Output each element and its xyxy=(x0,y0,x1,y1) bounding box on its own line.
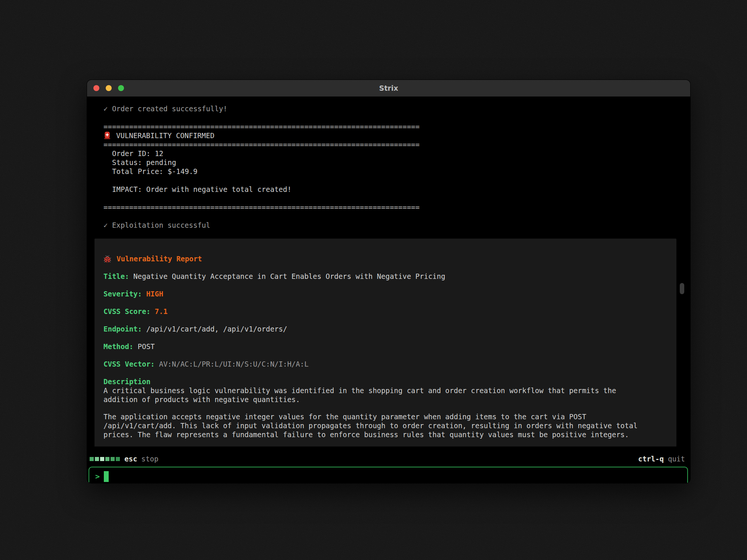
strix-window: Strix ✓ Order created successfully! ====… xyxy=(87,80,690,483)
order-id-line: Order ID: 12 xyxy=(94,149,683,158)
vulnerability-confirmed-heading: VULNERABILITY CONFIRMED xyxy=(116,131,214,140)
separator-line: ========================================… xyxy=(94,140,683,149)
prompt-symbol: > xyxy=(95,472,100,481)
description-paragraph: The application accepts negative integer… xyxy=(103,412,667,439)
terminal-output: ✓ Order created successfully! ==========… xyxy=(87,97,690,447)
order-status-line: Status: pending xyxy=(94,158,683,167)
vulnerability-confirmed-banner: VULNERABILITY CONFIRMED xyxy=(94,131,683,140)
activity-spinner xyxy=(90,457,120,461)
order-created-message: Order created successfully! xyxy=(112,105,227,113)
separator-line: ========================================… xyxy=(94,203,683,212)
separator-line: ========================================… xyxy=(94,122,683,131)
exploitation-line: ✓ Exploitation successful xyxy=(94,221,683,230)
impact-line: IMPACT: Order with negative total create… xyxy=(94,185,683,194)
status-bar: esc stop ctrl-q quit xyxy=(87,455,690,463)
exploitation-message: Exploitation successful xyxy=(112,221,210,229)
report-title: Vulnerability Report xyxy=(117,254,202,263)
ctrl-q-key-hint: ctrl-q xyxy=(638,455,664,463)
report-heading-row: Vulnerability Report xyxy=(103,254,667,263)
quit-action-label: quit xyxy=(668,455,685,463)
order-created-line: ✓ Order created successfully! xyxy=(94,104,683,113)
check-icon: ✓ xyxy=(103,221,108,229)
description-heading: Description xyxy=(103,377,151,386)
report-field-endpoint: Endpoint: /api/v1/cart/add, /api/v1/orde… xyxy=(103,324,667,333)
stop-action-label: stop xyxy=(141,455,158,463)
report-field-method: Method: POST xyxy=(103,342,667,351)
window-title: Strix xyxy=(87,84,690,92)
report-field-cvss-score: CVSS Score: 7.1 xyxy=(103,307,667,316)
esc-key-hint: esc xyxy=(124,455,137,463)
severity-badge: HIGH xyxy=(146,290,163,298)
window-titlebar[interactable]: Strix xyxy=(87,80,690,97)
scrollbar-thumb[interactable] xyxy=(680,283,684,294)
text-cursor xyxy=(104,471,109,482)
check-icon: ✓ xyxy=(103,105,108,113)
desktop-background: Strix ✓ Order created successfully! ====… xyxy=(0,0,747,560)
siren-icon xyxy=(103,131,111,140)
ladybug-icon xyxy=(103,255,111,263)
description-paragraph: A critical business logic vulnerability … xyxy=(103,386,667,404)
report-field-cvss-vector: CVSS Vector: AV:N/AC:L/PR:L/UI:N/S:U/C:N… xyxy=(103,360,667,368)
report-field-severity: Severity: HIGH xyxy=(103,289,667,298)
command-input[interactable]: > xyxy=(89,467,688,483)
vulnerability-report-panel: Vulnerability Report Title: Negative Qua… xyxy=(94,239,676,447)
total-price-line: Total Price: $-149.9 xyxy=(94,167,683,176)
report-field-title: Title: Negative Quantity Acceptance in C… xyxy=(103,272,667,281)
